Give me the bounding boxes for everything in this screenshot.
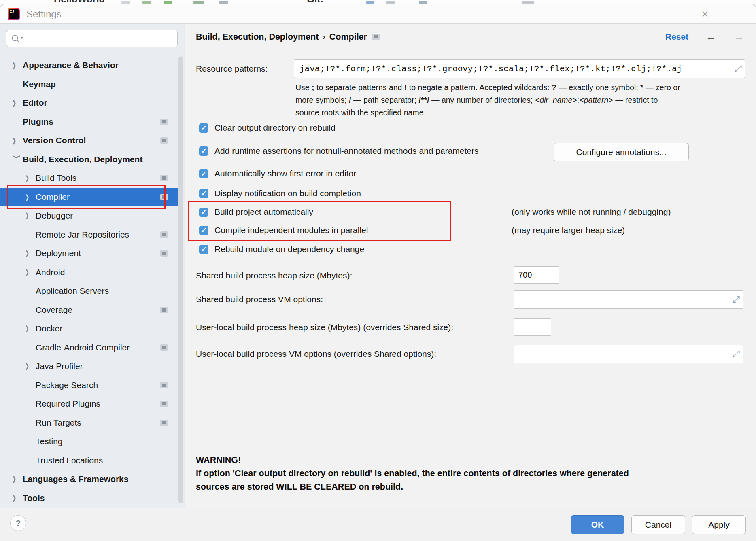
checkbox-auto-show-first-error[interactable]: ✓ xyxy=(199,169,208,178)
sidebar-item-package-search[interactable]: Package Search xyxy=(0,376,183,395)
sidebar-item-application-servers[interactable]: Application Servers xyxy=(0,282,183,301)
chevron-right-icon: ❯ xyxy=(25,268,34,276)
user-local-vm-options-input[interactable] xyxy=(514,345,743,363)
row-auto-show-first-error: ✓ Automatically show first error in edit… xyxy=(199,165,356,182)
breadcrumb: Build, Execution, Deployment › Compiler … xyxy=(196,29,744,45)
sidebar-item-docker[interactable]: ❯ Docker xyxy=(0,319,183,338)
sidebar-item-gradle-android-compiler[interactable]: Gradle-Android Compiler xyxy=(0,338,183,357)
background-toolbar-sliver xyxy=(366,1,374,4)
background-toolbar-sliver xyxy=(386,1,395,4)
sidebar-item-debugger[interactable]: ❯ Debugger xyxy=(0,206,183,225)
settings-search-input[interactable] xyxy=(23,31,177,46)
warning-line: If option 'Clear output directory on reb… xyxy=(196,467,673,480)
sidebar-item-label: Coverage xyxy=(36,305,72,315)
search-box[interactable] xyxy=(6,30,178,47)
checkbox-compile-modules-parallel[interactable]: ✓ xyxy=(199,226,208,235)
sidebar-item-run-targets[interactable]: Run Targets xyxy=(0,414,183,433)
chevron-right-icon: ❯ xyxy=(25,193,34,201)
sidebar-item-keymap[interactable]: Keymap xyxy=(0,75,183,94)
sidebar-item-label: Build, Execution, Deployment xyxy=(23,155,142,164)
per-project-settings-icon xyxy=(160,194,168,200)
settings-sidebar: ❯ Appearance & Behavior Keymap ❯ Editor … xyxy=(0,24,185,508)
search-icon xyxy=(11,34,23,42)
sidebar-item-android[interactable]: ❯ Android xyxy=(0,263,183,282)
per-project-settings-icon xyxy=(160,420,168,426)
sidebar-item-trusted-locations[interactable]: Trusted Locations xyxy=(0,451,183,470)
sidebar-item-editor[interactable]: ❯ Editor xyxy=(0,93,183,112)
user-local-heap-size-field xyxy=(514,318,551,336)
checkbox-rebuild-on-dependency-change[interactable]: ✓ xyxy=(199,245,208,254)
sidebar-item-remote-jar-repositories[interactable]: Remote Jar Repositories xyxy=(0,225,183,244)
checkbox-label: Automatically show first error in editor xyxy=(214,169,356,178)
sidebar-item-label: Java Profiler xyxy=(36,361,83,371)
background-toolbar-sliver xyxy=(142,1,151,4)
chevron-right-icon: ❯ xyxy=(12,99,21,107)
sidebar-item-build-tools[interactable]: ❯ Build Tools xyxy=(0,169,183,188)
breadcrumb-current: Compiler xyxy=(329,32,367,42)
expand-field-icon[interactable]: ⤢ xyxy=(733,349,740,359)
resource-patterns-input[interactable] xyxy=(294,59,745,78)
warning-block: WARNING! If option 'Clear output directo… xyxy=(196,454,673,494)
sidebar-scrollbar[interactable] xyxy=(178,56,183,503)
sidebar-item-label: Required Plugins xyxy=(36,399,100,409)
resource-patterns-label: Resource patterns: xyxy=(196,59,268,78)
reset-link[interactable]: Reset xyxy=(665,32,688,42)
chevron-right-icon: ❯ xyxy=(12,494,21,502)
checkbox-label: Rebuild module on dependency change xyxy=(214,244,364,254)
sidebar-item-plugins[interactable]: Plugins xyxy=(0,112,183,132)
apply-button[interactable]: Apply xyxy=(692,515,746,534)
checkbox-build-project-automatically[interactable]: ✓ xyxy=(199,208,208,217)
chevron-right-icon: ❯ xyxy=(12,61,21,69)
checkbox-add-runtime-assertions[interactable]: ✓ xyxy=(199,146,208,156)
sidebar-item-java-profiler[interactable]: ❯ Java Profiler xyxy=(0,357,183,376)
checkbox-display-notification[interactable]: ✓ xyxy=(199,189,208,198)
configure-annotations-button[interactable]: Configure annotations... xyxy=(554,143,689,161)
user-local-heap-size-input[interactable] xyxy=(514,318,551,336)
checkbox-note: (may require larger heap size) xyxy=(512,225,625,235)
per-project-settings-icon xyxy=(160,401,168,407)
cancel-button[interactable]: Cancel xyxy=(631,515,685,534)
checkbox-label: Display notification on build completion xyxy=(214,189,361,198)
chevron-right-icon: ❯ xyxy=(25,212,34,220)
sidebar-item-version-control[interactable]: ❯ Version Control xyxy=(0,131,183,150)
sidebar-item-languages-frameworks[interactable]: ❯ Languages & Frameworks xyxy=(0,470,183,489)
sidebar-item-tools[interactable]: ❯ Tools xyxy=(0,489,183,508)
chevron-right-icon: ❯ xyxy=(25,249,34,257)
sidebar-item-deployment[interactable]: ❯ Deployment xyxy=(0,244,183,263)
compiler-settings-panel: Build, Execution, Deployment › Compiler … xyxy=(185,24,756,508)
sidebar-item-appearance-behavior[interactable]: ❯ Appearance & Behavior xyxy=(0,56,183,75)
breadcrumb-parent[interactable]: Build, Execution, Deployment xyxy=(196,32,319,42)
shared-vm-options-input[interactable] xyxy=(514,290,743,309)
sidebar-item-label: Appearance & Behavior xyxy=(23,60,119,70)
expand-field-icon[interactable]: ⤢ xyxy=(733,294,740,305)
shared-heap-size-input[interactable] xyxy=(514,266,559,284)
per-project-settings-icon xyxy=(160,250,168,257)
chevron-right-icon: ❯ xyxy=(25,174,34,182)
sidebar-item-label: Application Servers xyxy=(36,286,109,296)
sidebar-item-coverage[interactable]: Coverage xyxy=(0,301,183,320)
sidebar-item-build-execution-deployment[interactable]: ❯ Build, Execution, Deployment xyxy=(0,150,183,169)
row-compile-parallel: ✓ Compile independent modules in paralle… xyxy=(199,222,368,238)
back-arrow-icon[interactable]: ← xyxy=(705,31,716,43)
forward-arrow-icon[interactable]: → xyxy=(733,31,744,43)
sidebar-item-compiler[interactable]: ❯ Compiler xyxy=(0,188,183,207)
shared-vm-options-label: Shared build process VM options: xyxy=(196,290,323,309)
chevron-right-icon: ❯ xyxy=(12,475,21,483)
help-button[interactable]: ? xyxy=(10,515,26,531)
background-app-strip: HelloWorld Git: xyxy=(0,0,756,4)
sidebar-item-label: Debugger xyxy=(36,211,73,221)
ok-button[interactable]: OK xyxy=(571,515,624,534)
close-icon[interactable]: ✕ xyxy=(698,8,712,21)
sidebar-item-required-plugins[interactable]: Required Plugins xyxy=(0,395,183,414)
row-rebuild-on-dependency-change: ✓ Rebuild module on dependency change xyxy=(199,241,364,257)
sidebar-item-label: Testing xyxy=(36,437,63,446)
per-project-settings-icon xyxy=(160,307,168,313)
sidebar-item-label: Languages & Frameworks xyxy=(23,474,128,484)
checkbox-clear-output-directory[interactable]: ✓ xyxy=(199,123,208,133)
shared-vm-options-field: ⤢ xyxy=(514,290,743,309)
breadcrumb-separator-icon: › xyxy=(323,32,325,41)
background-vcs-sliver: Git: xyxy=(307,0,323,4)
sidebar-item-testing[interactable]: Testing xyxy=(0,432,183,451)
expand-field-icon[interactable]: ⤢ xyxy=(735,64,742,74)
checkbox-label: Build project automatically xyxy=(214,207,313,217)
